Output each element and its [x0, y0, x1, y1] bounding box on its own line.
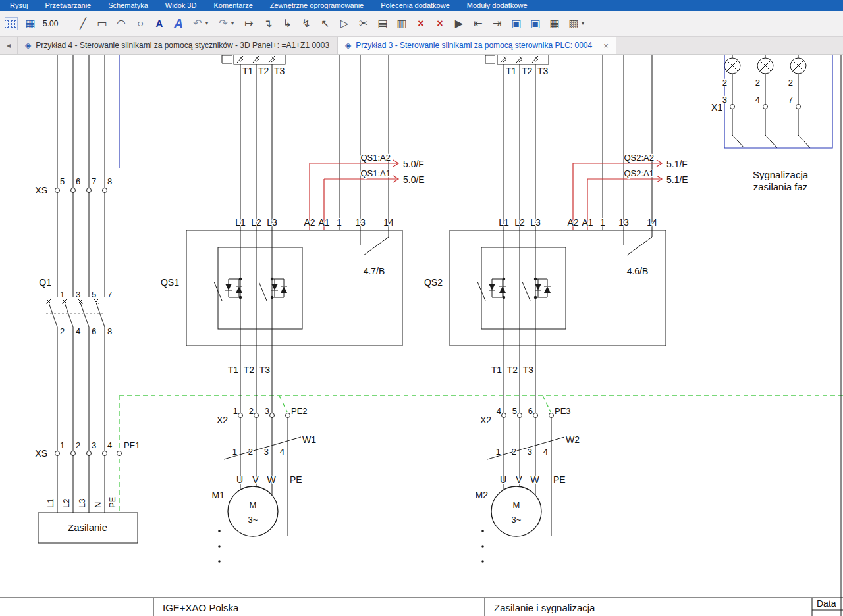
tab-przyklad-4[interactable]: ◈ Przykład 4 - Sterowanie silnikami za p…: [17, 37, 337, 54]
wire-corner-icon[interactable]: ↴: [261, 16, 275, 32]
q1-terminal: 6: [92, 326, 96, 336]
q1-label: Q1: [39, 277, 51, 288]
ellipse-tool-icon[interactable]: ○: [134, 16, 147, 32]
w-core: 4: [280, 447, 285, 457]
more-caret-icon[interactable]: ▾: [582, 20, 587, 26]
drawing-canvas[interactable]: XS 5 6 7 8 Q1 1 3 5 7 2 4 6 8 XS 1 2 3 4…: [0, 55, 843, 616]
rectangle-tool-icon[interactable]: ▭: [95, 16, 109, 32]
rail-label-l1: L1: [45, 499, 55, 508]
motor-symbol-m: M: [513, 500, 520, 510]
sheet-grid-icon[interactable]: ▦: [548, 16, 561, 32]
qs1-label: QS1: [161, 277, 179, 288]
q1-breaker[interactable]: [46, 299, 105, 328]
cut-icon[interactable]: ✂: [357, 16, 370, 32]
delete-special-icon[interactable]: ×: [433, 16, 447, 32]
wire-zigzag-icon[interactable]: ↯: [300, 16, 313, 32]
qs2-ref-a1: QS2:A1: [624, 168, 654, 178]
menu-item-moduly-dodatkowe[interactable]: Moduły dodatkowe: [458, 0, 536, 11]
redo-icon[interactable]: ↷: [217, 16, 230, 32]
wire-tool-icon[interactable]: ↦: [242, 16, 256, 32]
ol-term: T1: [506, 66, 517, 76]
tabs-scroll-left-icon[interactable]: ◂: [0, 37, 17, 54]
wire-branch-icon[interactable]: ↳: [281, 16, 294, 32]
menu-item-rysuj[interactable]: Rysuj: [1, 0, 37, 11]
text-tool-icon[interactable]: A: [153, 16, 166, 32]
qs2-out-term: T1: [491, 365, 503, 375]
qs2-term: L2: [514, 217, 525, 228]
xs-terminal-strip-lower[interactable]: [55, 451, 122, 456]
document-tab-bar: ◂ ◈ Przykład 4 - Sterowanie silnikami za…: [0, 37, 843, 55]
x2-label: X2: [480, 415, 491, 425]
arc-tool-icon[interactable]: ◠: [115, 16, 128, 32]
qs1-term: A2: [304, 217, 315, 228]
scale-value[interactable]: 5.00: [43, 19, 64, 28]
lamp-chain[interactable]: [757, 55, 777, 148]
motor-symbol-m: M: [250, 500, 257, 510]
tab-close-icon[interactable]: ×: [603, 41, 609, 51]
window-icon[interactable]: ▣: [510, 16, 523, 32]
motor-branch-qs2[interactable]: [450, 55, 666, 563]
motor-term: W: [530, 475, 539, 485]
q1-terminal: 4: [76, 326, 80, 336]
qs2-dest-a1: 5.1/E: [666, 174, 688, 185]
q1-terminal: 7: [107, 290, 112, 299]
titleblock-sheet-title: Zasilanie i sygnalizacja: [494, 602, 595, 613]
snap-grid-icon[interactable]: [5, 17, 18, 30]
window-alt-icon[interactable]: ▣: [529, 16, 542, 32]
motor-term: U: [500, 475, 506, 485]
qs1-term: 14: [383, 217, 394, 228]
lamp-chain[interactable]: [790, 55, 810, 148]
line-tool-icon[interactable]: ╱: [76, 16, 90, 32]
pick-pointer-icon[interactable]: ▷: [338, 16, 351, 32]
m2-label: M2: [476, 490, 489, 500]
motor-term: PE: [553, 475, 566, 485]
document-icon: ◈: [25, 41, 31, 50]
w1-label: W1: [302, 434, 316, 445]
menu-item-schematyka[interactable]: Schematyka: [99, 0, 157, 11]
qs2-label: QS2: [424, 277, 443, 288]
ol-term: T2: [258, 66, 269, 76]
undo-caret-icon[interactable]: ▾: [205, 20, 211, 26]
select-pointer-icon[interactable]: ↖: [319, 16, 332, 32]
grid-icon[interactable]: ▦: [24, 16, 37, 32]
redo-caret-icon[interactable]: ▾: [231, 20, 236, 26]
qs2-term: A2: [567, 217, 578, 228]
xs-terminal-strip-upper[interactable]: [55, 188, 107, 193]
qs1-ref-a2: QS1:A2: [360, 153, 391, 163]
menu-item-komentarze[interactable]: Komentarze: [205, 0, 261, 11]
qs1-aux-ref: 4.7/B: [364, 266, 385, 276]
supply-box-label: Zasilanie: [68, 522, 107, 533]
q1-terminal: 5: [92, 290, 96, 299]
menu-item-polecenia-dodatkowe[interactable]: Polecenia dodatkowe: [372, 0, 458, 11]
w-core: 3: [264, 447, 269, 457]
rail-label-pe: PE: [107, 496, 117, 508]
x2-label: X2: [217, 415, 228, 425]
lamp-chain[interactable]: [724, 55, 744, 148]
qs1-out-term: T3: [259, 365, 271, 375]
x2-term: 1: [233, 406, 238, 416]
title-block: [0, 55, 843, 616]
library-icon[interactable]: ▧: [567, 16, 580, 32]
motor-branch-qs1[interactable]: [186, 55, 402, 563]
rail-label-l2: L2: [61, 499, 71, 508]
toolbar-separator: [70, 16, 70, 31]
schematic-canvas[interactable]: XS 5 6 7 8 Q1 1 3 5 7 2 4 6 8 XS 1 2 3 4…: [0, 55, 843, 616]
align-left-icon[interactable]: ⇤: [472, 16, 485, 32]
menu-item-zewnetrzne-oprogramowanie[interactable]: Zewnętrzne oprogramowanie: [261, 0, 372, 11]
qs2-out-term: T2: [507, 365, 518, 375]
paste-icon[interactable]: ▥: [395, 16, 408, 32]
menu-item-przetwarzanie[interactable]: Przetwarzanie: [37, 0, 100, 11]
text-style-icon[interactable]: A: [172, 16, 185, 32]
menu-item-widok-3d[interactable]: Widok 3D: [157, 0, 205, 11]
align-right-icon[interactable]: ⇥: [491, 16, 504, 32]
qs1-term: L2: [251, 217, 261, 228]
x2-term: 3: [265, 406, 269, 416]
copy-icon[interactable]: ▤: [376, 16, 389, 32]
qs1-out-term: T1: [228, 365, 239, 375]
x2-term: 4: [497, 406, 501, 416]
qs2-term: A1: [582, 217, 593, 228]
delete-icon[interactable]: ×: [414, 16, 427, 32]
run-icon[interactable]: ▶: [452, 16, 466, 32]
tab-przyklad-3[interactable]: ◈ Przykład 3 - Sterowanie silnikami za p…: [337, 37, 616, 54]
undo-icon[interactable]: ↶: [191, 16, 204, 32]
